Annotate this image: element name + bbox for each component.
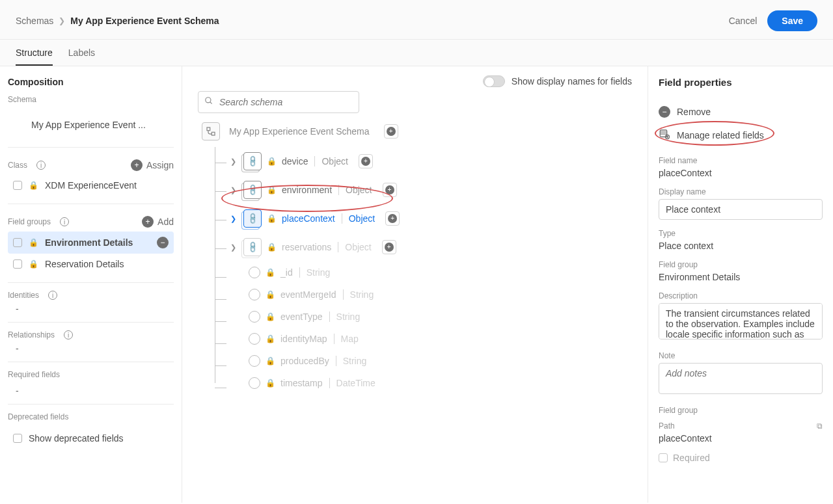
minus-icon: −	[659, 106, 670, 118]
breadcrumb: Schemas ❯ My App Experience Event Schema	[16, 16, 219, 26]
node-producedby[interactable]: 🔒 producedBy String	[230, 350, 638, 372]
scalar-icon	[249, 333, 260, 345]
description-textarea[interactable]	[659, 303, 823, 339]
lock-icon: 🔒	[266, 290, 275, 299]
node-identitymap[interactable]: 🔒 identityMap Map	[230, 328, 638, 350]
remove-icon[interactable]: −	[157, 237, 169, 248]
lock-icon: 🔒	[267, 185, 277, 194]
plus-icon: +	[142, 216, 154, 228]
display-name-label: Display name	[659, 187, 823, 196]
field-name-label: Field name	[659, 156, 823, 165]
object-icon: 🔗	[243, 238, 262, 256]
scalar-icon	[249, 289, 260, 300]
composition-panel: Composition Schema My App Experience Eve…	[0, 66, 182, 503]
required-label: Required fields	[8, 370, 174, 379]
field-group-label: Field group	[659, 260, 823, 269]
field-group-reservation[interactable]: 🔒 Reservation Details	[8, 254, 174, 274]
save-button[interactable]: Save	[767, 10, 817, 31]
class-item[interactable]: 🔒 XDM ExperienceEvent	[8, 175, 174, 196]
schema-root-icon	[202, 122, 220, 140]
add-field-button[interactable]: +	[382, 240, 396, 254]
tabs: Structure Labels	[0, 40, 833, 66]
lock-icon: 🔒	[267, 214, 277, 223]
object-icon: 🔗	[243, 181, 262, 199]
chevron-right-icon: ❯	[59, 16, 65, 25]
info-icon[interactable]: i	[36, 161, 46, 170]
search-icon	[204, 96, 213, 108]
field-groups-label: Field groups	[8, 217, 51, 226]
tab-labels[interactable]: Labels	[68, 40, 95, 66]
type-label: Type	[659, 229, 823, 238]
lock-icon: 🔒	[266, 356, 275, 365]
field-group-value: Environment Details	[659, 272, 823, 282]
assign-class-button[interactable]: + Assign	[131, 159, 174, 171]
add-field-group-button[interactable]: + Add	[142, 216, 174, 228]
object-icon: 🔗	[243, 209, 262, 228]
lock-icon: 🔒	[267, 157, 277, 166]
required-checkbox[interactable]	[659, 453, 668, 462]
checkbox[interactable]	[13, 238, 22, 247]
description-label: Description	[659, 291, 823, 300]
lock-icon: 🔒	[267, 243, 277, 252]
add-field-button[interactable]: +	[383, 183, 397, 197]
schema-root-name[interactable]: My App Experience Event Schema	[229, 126, 370, 137]
add-field-button[interactable]: +	[384, 124, 398, 139]
relationships-label: Relationships	[8, 330, 55, 339]
add-field-button[interactable]: +	[359, 154, 373, 168]
svg-rect-2	[207, 127, 210, 131]
node-eventmergeid[interactable]: 🔒 eventMergeId String	[230, 284, 638, 306]
class-label: Class	[8, 161, 27, 170]
required-empty: -	[8, 386, 174, 396]
info-icon[interactable]: i	[48, 291, 57, 300]
node-reservations[interactable]: ❯ 🔗 🔒 reservations Object +	[230, 233, 638, 261]
remove-button[interactable]: − Remove	[659, 101, 823, 123]
caret-icon[interactable]: ❯	[230, 215, 238, 223]
display-names-label: Show display names for fields	[512, 76, 632, 86]
caret-icon[interactable]: ❯	[230, 186, 238, 194]
display-name-input[interactable]	[659, 199, 823, 220]
info-icon[interactable]: i	[64, 330, 73, 339]
node-device[interactable]: ❯ 🔗 🔒 device Object +	[230, 147, 638, 176]
path-value: placeContext	[659, 433, 823, 444]
field-name-value: placeContext	[659, 168, 823, 178]
search-input[interactable]	[198, 91, 359, 113]
composition-title: Composition	[8, 77, 174, 87]
field-group-environment[interactable]: 🔒 Environment Details −	[8, 232, 174, 254]
node-eventtype[interactable]: 🔒 eventType String	[230, 306, 638, 328]
caret-icon[interactable]: ❯	[230, 243, 238, 252]
caret-icon[interactable]: ❯	[230, 157, 238, 166]
lock-icon: 🔒	[266, 312, 275, 321]
scalar-icon	[249, 267, 260, 278]
manage-related-fields-button[interactable]: Manage related fields	[659, 123, 823, 147]
node-timestamp[interactable]: 🔒 timestamp DateTime	[230, 372, 638, 394]
add-field-button[interactable]: +	[385, 211, 400, 226]
checkbox[interactable]	[13, 259, 22, 269]
info-icon[interactable]: i	[60, 217, 69, 226]
tab-structure[interactable]: Structure	[16, 40, 53, 66]
svg-line-1	[210, 102, 212, 104]
node-id[interactable]: 🔒 _id String	[230, 261, 638, 284]
scalar-icon	[249, 377, 260, 389]
lock-icon: 🔒	[266, 378, 275, 388]
node-placecontext[interactable]: ❯ 🔗 🔒 placeContext Object +	[230, 204, 638, 233]
display-names-toggle[interactable]	[483, 75, 505, 87]
lock-icon: 🔒	[29, 259, 38, 269]
notes-textarea[interactable]	[659, 363, 823, 394]
copy-icon[interactable]: ⧉	[817, 421, 823, 431]
svg-rect-3	[212, 132, 215, 135]
schema-name[interactable]: My App Experience Event ...	[8, 111, 174, 139]
checkbox[interactable]	[13, 434, 22, 443]
checkbox[interactable]	[13, 181, 22, 190]
lock-icon: 🔒	[266, 334, 275, 343]
identities-empty: -	[8, 304, 174, 314]
identities-label: Identities	[8, 291, 39, 300]
deprecated-label: Deprecated fields	[8, 412, 174, 421]
svg-point-0	[206, 98, 211, 103]
breadcrumb-parent[interactable]: Schemas	[16, 16, 53, 26]
plus-icon: +	[131, 159, 143, 171]
breadcrumb-current: My App Experience Event Schema	[70, 16, 219, 26]
lock-icon: 🔒	[266, 268, 275, 277]
node-environment[interactable]: ❯ 🔗 🔒 environment Object +	[230, 176, 638, 204]
show-deprecated-row[interactable]: Show deprecated fields	[8, 428, 174, 449]
cancel-button[interactable]: Cancel	[729, 16, 758, 26]
